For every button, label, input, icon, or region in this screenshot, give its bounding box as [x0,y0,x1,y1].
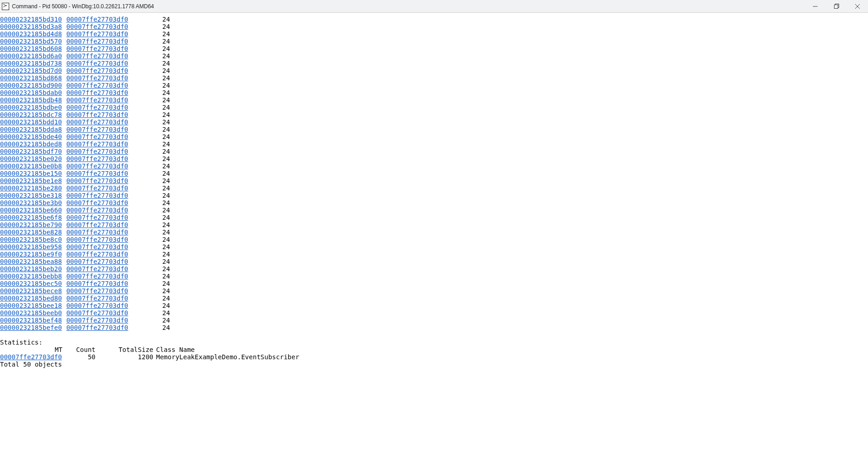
object-address-link[interactable]: 00000232185bdda8 [0,126,62,133]
object-address-link[interactable]: 00000232185bee18 [0,302,62,309]
minimize-button[interactable] [805,0,826,12]
method-table-link[interactable]: 00007ffe27703df0 [66,295,129,302]
object-address-link[interactable]: 00000232185be790 [0,221,62,228]
method-table-link[interactable]: 00007ffe27703df0 [66,192,129,199]
method-table-link[interactable]: 00007ffe27703df0 [66,155,129,162]
method-table-link[interactable]: 00007ffe27703df0 [66,52,129,60]
method-table-link[interactable]: 00007ffe27703df0 [66,67,129,74]
object-address-link[interactable]: 00000232185bed80 [0,295,62,302]
object-address-link[interactable]: 00000232185bdb48 [0,96,62,104]
method-table-link[interactable]: 00007ffe27703df0 [66,45,129,52]
object-address-link[interactable]: 00000232185bd570 [0,38,62,45]
method-table-link[interactable]: 00007ffe27703df0 [66,280,129,287]
method-table-link[interactable]: 00007ffe27703df0 [66,133,129,140]
method-table-link[interactable]: 00007ffe27703df0 [66,236,129,243]
method-table-link[interactable]: 00007ffe27703df0 [66,104,129,111]
object-address-link[interactable]: 00000232185bebb8 [0,273,62,280]
object-address-link[interactable]: 00000232185be8c0 [0,236,62,243]
method-table-link[interactable]: 00007ffe27703df0 [66,140,129,148]
object-size: 24 [129,111,170,118]
object-row: 00000232185bded8 00007ffe27703df024 [0,140,868,148]
object-address-link[interactable]: 00000232185beb20 [0,265,62,273]
object-address-link[interactable]: 00000232185be318 [0,192,62,199]
method-table-link[interactable]: 00007ffe27703df0 [66,23,129,30]
object-row: 00000232185bece8 00007ffe27703df024 [0,287,868,295]
object-address-link[interactable]: 00000232185bd4d8 [0,30,62,38]
method-table-link[interactable]: 00007ffe27703df0 [66,118,129,126]
object-address-link[interactable]: 00000232185bded8 [0,140,62,148]
object-address-link[interactable]: 00000232185be3b0 [0,199,62,206]
object-size: 24 [129,199,170,206]
object-address-link[interactable]: 00000232185be6f8 [0,214,62,221]
object-address-link[interactable]: 00000232185bef48 [0,317,62,324]
method-table-link[interactable]: 00007ffe27703df0 [66,302,129,309]
object-address-link[interactable]: 00000232185bd900 [0,82,62,89]
method-table-link[interactable]: 00007ffe27703df0 [66,317,129,324]
method-table-link[interactable]: 00007ffe27703df0 [66,89,129,96]
object-address-link[interactable]: 00000232185bea88 [0,258,62,265]
method-table-link[interactable]: 00007ffe27703df0 [66,60,129,67]
method-table-link[interactable]: 00007ffe27703df0 [66,82,129,89]
object-size: 24 [129,148,170,155]
object-address-link[interactable]: 00000232185be0b8 [0,162,62,170]
command-output[interactable]: 00000232185bd310 00007ffe27703df02400000… [0,13,868,368]
object-address-link[interactable]: 00000232185bd6a0 [0,52,62,60]
method-table-link[interactable]: 00007ffe27703df0 [66,16,129,23]
method-table-link[interactable]: 00007ffe27703df0 [66,273,129,280]
method-table-link[interactable]: 00007ffe27703df0 [66,170,129,177]
method-table-link[interactable]: 00007ffe27703df0 [66,126,129,133]
method-table-link[interactable]: 00007ffe27703df0 [66,177,129,184]
object-address-link[interactable]: 00000232185bdf70 [0,148,62,155]
object-address-link[interactable]: 00000232185be958 [0,243,62,251]
method-table-link[interactable]: 00007ffe27703df0 [66,258,129,265]
method-table-link[interactable]: 00007ffe27703df0 [66,228,129,236]
object-address-link[interactable]: 00000232185befe0 [0,324,62,331]
object-address-link[interactable]: 00000232185bece8 [0,287,62,295]
method-table-link[interactable]: 00007ffe27703df0 [66,96,129,104]
object-address-link[interactable]: 00000232185be1e8 [0,177,62,184]
method-table-link[interactable]: 00007ffe27703df0 [66,184,129,192]
object-row: 00000232185bdab0 00007ffe27703df024 [0,89,868,96]
object-size: 24 [129,16,170,23]
object-address-link[interactable]: 00000232185bd7d0 [0,67,62,74]
object-address-link[interactable]: 00000232185bd608 [0,45,62,52]
object-address-link[interactable]: 00000232185bd738 [0,60,62,67]
method-table-link[interactable]: 00007ffe27703df0 [66,243,129,251]
object-address-link[interactable]: 00000232185be660 [0,206,62,214]
method-table-link[interactable]: 00007ffe27703df0 [66,162,129,170]
stats-mt-link[interactable]: 00007ffe27703df0 [0,353,62,361]
method-table-link[interactable]: 00007ffe27703df0 [66,199,129,206]
method-table-link[interactable]: 00007ffe27703df0 [66,287,129,295]
object-address-link[interactable]: 00000232185bde40 [0,133,62,140]
object-address-link[interactable]: 00000232185be150 [0,170,62,177]
method-table-link[interactable]: 00007ffe27703df0 [66,324,129,331]
method-table-link[interactable]: 00007ffe27703df0 [66,214,129,221]
maximize-button[interactable] [826,0,847,12]
object-address-link[interactable]: 00000232185bd3a8 [0,23,62,30]
object-address-link[interactable]: 00000232185be280 [0,184,62,192]
method-table-link[interactable]: 00007ffe27703df0 [66,221,129,228]
object-row: 00000232185beb20 00007ffe27703df024 [0,265,868,273]
object-address-link[interactable]: 00000232185bd868 [0,74,62,82]
close-button[interactable] [847,0,868,12]
object-address-link[interactable]: 00000232185be9f0 [0,251,62,258]
object-size: 24 [129,243,170,251]
object-address-link[interactable]: 00000232185bdbe0 [0,104,62,111]
object-address-link[interactable]: 00000232185bd310 [0,16,62,23]
object-address-link[interactable]: 00000232185bdab0 [0,89,62,96]
object-address-link[interactable]: 00000232185beeb0 [0,309,62,317]
method-table-link[interactable]: 00007ffe27703df0 [66,30,129,38]
method-table-link[interactable]: 00007ffe27703df0 [66,251,129,258]
method-table-link[interactable]: 00007ffe27703df0 [66,148,129,155]
method-table-link[interactable]: 00007ffe27703df0 [66,265,129,273]
object-address-link[interactable]: 00000232185bec50 [0,280,62,287]
method-table-link[interactable]: 00007ffe27703df0 [66,111,129,118]
object-address-link[interactable]: 00000232185be828 [0,228,62,236]
method-table-link[interactable]: 00007ffe27703df0 [66,38,129,45]
object-address-link[interactable]: 00000232185bdd10 [0,118,62,126]
object-address-link[interactable]: 00000232185bdc78 [0,111,62,118]
method-table-link[interactable]: 00007ffe27703df0 [66,206,129,214]
method-table-link[interactable]: 00007ffe27703df0 [66,74,129,82]
object-address-link[interactable]: 00000232185be020 [0,155,62,162]
method-table-link[interactable]: 00007ffe27703df0 [66,309,129,317]
